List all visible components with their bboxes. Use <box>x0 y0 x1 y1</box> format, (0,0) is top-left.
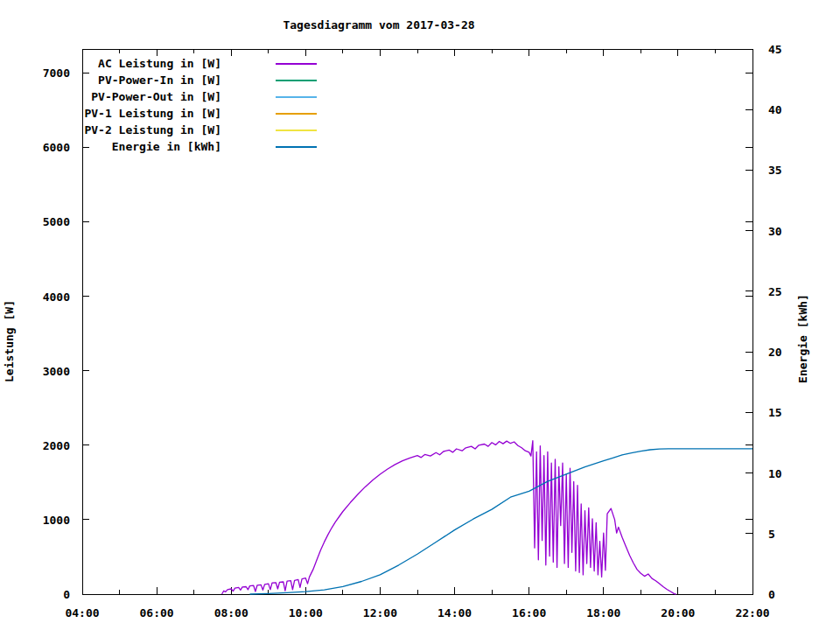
y-right-tick-label: 5 <box>768 528 775 541</box>
y-left-tick-label: 6000 <box>43 141 70 154</box>
y-right-tick-label: 35 <box>768 164 782 177</box>
x-tick-label: 14:00 <box>438 606 472 620</box>
chart-plot: Tagesdiagramm vom 2017-03-28Leistung [W]… <box>0 0 840 630</box>
legend-label: Energie in [kWh] <box>112 140 221 153</box>
x-tick-label: 20:00 <box>661 606 695 620</box>
x-tick-label: 16:00 <box>512 606 546 620</box>
y-right-tick-label: 15 <box>768 406 782 419</box>
x-tick-label: 04:00 <box>65 606 99 620</box>
series-energie-in-kwh- <box>250 449 753 594</box>
x-tick-label: 10:00 <box>289 606 323 620</box>
y-left-tick-label: 7000 <box>43 66 70 80</box>
legend-label: PV-1 Leistung in [W] <box>84 107 221 120</box>
y-left-tick-label: 1000 <box>43 514 70 527</box>
legend-label: AC Leistung in [W] <box>98 57 221 70</box>
y-right-tick-label: 45 <box>768 43 782 56</box>
y-right-tick-label: 30 <box>768 225 782 238</box>
y-axis-right-label: Energie [kWh] <box>796 294 809 383</box>
y-left-tick-label: 5000 <box>43 215 70 228</box>
series-ac-leistung-in-w- <box>222 441 676 594</box>
y-axis-left-label: Leistung [W] <box>3 300 16 382</box>
x-tick-label: 06:00 <box>140 606 174 620</box>
y-right-tick-label: 25 <box>768 285 782 298</box>
y-right-tick-label: 0 <box>768 588 775 601</box>
x-tick-label: 12:00 <box>363 606 397 620</box>
chart-canvas: Tagesdiagramm vom 2017-03-28Leistung [W]… <box>0 0 840 630</box>
x-tick-label: 08:00 <box>214 606 248 620</box>
chart-title: Tagesdiagramm vom 2017-03-28 <box>283 18 474 32</box>
y-right-tick-label: 40 <box>768 103 782 116</box>
y-right-tick-label: 20 <box>768 346 782 359</box>
legend-label: PV-Power-Out in [W] <box>91 90 221 103</box>
legend-label: PV-Power-In in [W] <box>98 74 221 87</box>
y-left-tick-label: 2000 <box>43 439 70 452</box>
x-tick-label: 22:00 <box>735 606 769 620</box>
y-left-tick-label: 4000 <box>43 290 70 304</box>
y-left-tick-label: 3000 <box>43 365 70 378</box>
x-tick-label: 18:00 <box>586 606 620 620</box>
legend-label: PV-2 Leistung in [W] <box>84 123 221 136</box>
y-right-tick-label: 10 <box>768 467 782 480</box>
y-left-tick-label: 0 <box>63 588 70 601</box>
